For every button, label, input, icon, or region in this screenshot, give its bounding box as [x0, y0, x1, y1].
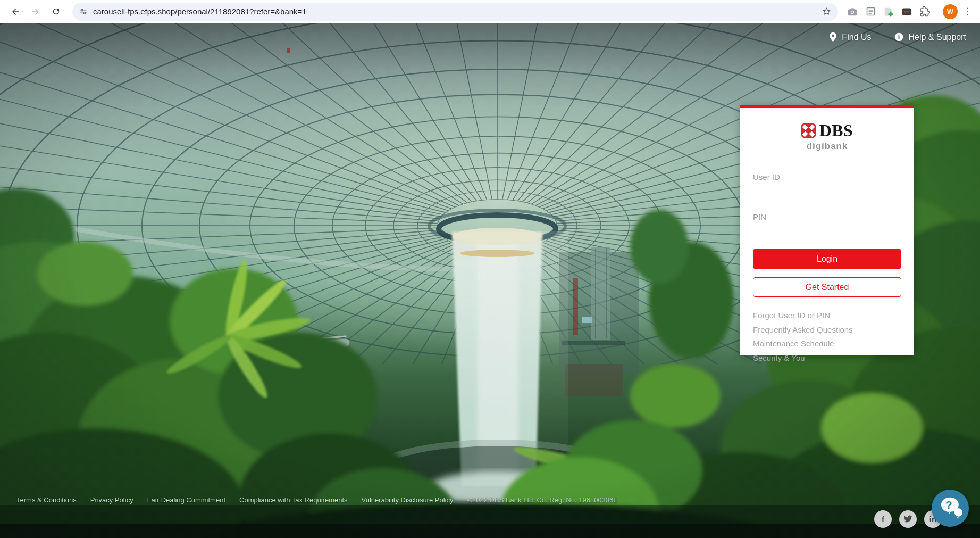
address-bar[interactable]: carousell-fps.efps.shop/personal/2118920… [72, 3, 838, 21]
forward-button[interactable] [27, 3, 45, 21]
chat-question-glyph: ? [945, 499, 952, 511]
get-started-button[interactable]: Get Started [753, 277, 901, 297]
url-text[interactable]: carousell-fps.efps.shop/personal/2118920… [93, 7, 822, 16]
facebook-glyph: f [882, 515, 884, 524]
browser-toolbar: carousell-fps.efps.shop/personal/2118920… [0, 0, 980, 23]
reading-list-icon[interactable] [861, 3, 880, 21]
user-id-input[interactable] [753, 170, 901, 184]
security-and-you-link[interactable]: Security & You [753, 353, 901, 362]
social-links: f in [874, 510, 942, 528]
faq-link[interactable]: Frequently Asked Questions [753, 325, 901, 334]
chat-help-button[interactable]: ? [932, 490, 969, 527]
browser-window: carousell-fps.efps.shop/personal/2118920… [0, 0, 980, 538]
login-card: DBS digibank Login Get Started Forgot Us… [740, 105, 914, 355]
pin-input[interactable] [753, 210, 901, 224]
vulnerability-disclosure-link[interactable]: Vulnerability Disclosure Policy [362, 496, 454, 504]
twitter-icon[interactable] [899, 510, 917, 528]
browser-menu-kebab-icon[interactable]: ⋮ [960, 6, 975, 17]
card-links: Forgot User ID or PIN Frequently Asked Q… [753, 311, 901, 362]
screenshot-camera-icon[interactable] [843, 3, 861, 21]
login-button[interactable]: Login [753, 249, 901, 269]
dark-reader-extension-icon[interactable] [898, 3, 916, 21]
back-arrow-icon [11, 7, 20, 16]
toolbar-separator [937, 6, 937, 17]
dbs-wordmark: DBS [819, 122, 853, 139]
page-top-nav: Find Us Help & Support [829, 32, 966, 42]
forgot-user-id-pin-link[interactable]: Forgot User ID or PIN [753, 311, 901, 320]
extensions-puzzle-icon[interactable] [916, 3, 934, 21]
reload-icon [52, 7, 61, 16]
chat-bubbles-icon: ? [937, 496, 963, 520]
back-button[interactable] [6, 3, 24, 21]
dbs-logo-icon [801, 123, 816, 138]
profile-avatar[interactable]: W [943, 4, 958, 19]
page-footer: Terms & Conditions Privacy Policy Fair D… [16, 496, 618, 504]
avatar-initial: W [947, 7, 953, 15]
location-pin-icon [829, 32, 837, 42]
add-page-extension-icon[interactable] [880, 3, 898, 21]
maintenance-schedule-link[interactable]: Maintenance Schedule [753, 339, 901, 348]
help-support-label: Help & Support [908, 32, 966, 42]
forward-arrow-icon [31, 7, 40, 16]
info-icon [894, 32, 903, 42]
tax-compliance-link[interactable]: Compliance with Tax Requirements [239, 496, 348, 504]
dbs-brand: DBS [753, 122, 901, 139]
fair-dealing-link[interactable]: Fair Dealing Commitment [147, 496, 225, 504]
privacy-policy-link[interactable]: Privacy Policy [90, 496, 133, 504]
twitter-bird-icon [903, 515, 912, 523]
copyright-text: ©2022 DBS Bank Ltd. Co. Reg. No. 1968003… [467, 496, 618, 504]
page-viewport: Find Us Help & Support [0, 23, 980, 538]
reload-button[interactable] [47, 3, 65, 21]
site-controls-icon [79, 7, 88, 16]
terms-conditions-link[interactable]: Terms & Conditions [16, 496, 77, 504]
facebook-icon[interactable]: f [874, 510, 892, 528]
find-us-link[interactable]: Find Us [829, 32, 871, 42]
digibank-label: digibank [753, 141, 901, 152]
help-support-link[interactable]: Help & Support [894, 32, 966, 42]
bookmark-star-icon[interactable] [822, 6, 832, 16]
find-us-label: Find Us [842, 32, 871, 42]
